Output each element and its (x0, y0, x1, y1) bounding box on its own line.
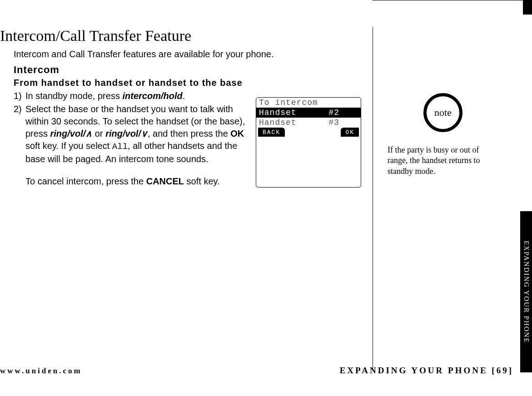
lcd-softkey-row: BACK OK (256, 128, 361, 137)
lcd-softkey-ok: OK (341, 128, 359, 137)
footer-page-number: [69] (492, 366, 513, 375)
lcd-row-2: Handset #3 (256, 118, 361, 128)
cancel-paragraph: To cancel intercom, press the CANCEL sof… (25, 175, 249, 188)
step-2-or: or (92, 129, 105, 139)
lcd-row-selected: Handset #2 (256, 108, 361, 118)
step-1-number: 1) (14, 90, 25, 102)
key-ok: OK (230, 129, 244, 139)
step-2-number: 2) (14, 103, 25, 165)
key-ring-vol-up: ring/vol/∧ (50, 129, 92, 139)
step-1-text-b: . (183, 91, 185, 101)
top-right-bar (523, 0, 532, 15)
page-title: Intercom/Call Transfer Feature (0, 27, 361, 45)
key-intercom-hold: intercom/hold (122, 91, 182, 101)
lcd-softkey-back: BACK (258, 128, 285, 137)
side-tab: EXPANDING YOUR PHONE (520, 211, 532, 372)
code-all: All (112, 142, 128, 152)
footer-url: www.uniden.com (0, 366, 82, 376)
cancel-text-b: soft key. (184, 176, 220, 186)
footer-section: EXPANDING YOUR PHONE [69] (340, 366, 513, 376)
lcd-title-row: To intercom (256, 98, 361, 108)
step-1-text-a: In standby mode, press (25, 91, 122, 101)
section-intercom: Intercom (14, 64, 361, 76)
key-ring-vol-down: ring/vol/∨ (105, 129, 148, 139)
cancel-text-a: To cancel intercom, press the (25, 176, 146, 186)
step-2-text-b: , and then press the (148, 129, 230, 139)
vertical-separator (373, 27, 373, 370)
subsection-from-handset: From handset to handset or handset to th… (14, 78, 361, 88)
top-hairline (373, 0, 523, 0)
step-1: 1) In standby mode, press intercom/hold. (14, 90, 249, 102)
intro-text: Intercom and Call Transfer features are … (14, 49, 361, 59)
step-2-text-c: soft key. If you select (25, 141, 112, 151)
note-label: note (434, 107, 452, 119)
note-text: If the party is busy or out of range, th… (388, 145, 483, 177)
lcd-screen: To intercom Handset #2 Handset #3 BACK O… (256, 97, 361, 188)
note-badge: note (423, 93, 462, 132)
steps-list: 1) In standby mode, press intercom/hold.… (14, 90, 249, 188)
key-cancel: CANCEL (146, 176, 184, 186)
step-2: 2) Select the base or the handset you wa… (14, 103, 249, 165)
